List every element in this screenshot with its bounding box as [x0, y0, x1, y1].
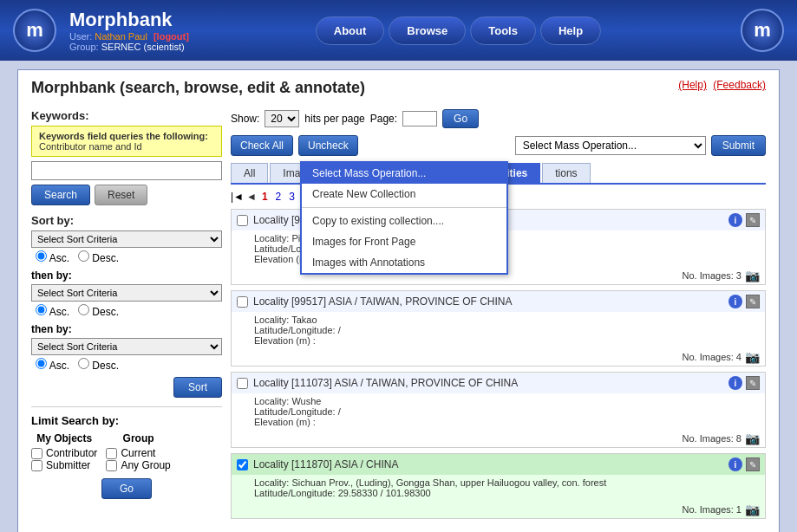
page-link-1[interactable]: 1 — [259, 190, 271, 204]
feedback-link[interactable]: (Feedback) — [713, 79, 766, 91]
asc-radio-1[interactable] — [36, 250, 47, 262]
search-button[interactable]: Search — [31, 185, 90, 205]
info-icon-111870[interactable]: i — [728, 457, 742, 471]
edit-icon-111870[interactable]: ✎ — [746, 457, 760, 471]
limit-go-button[interactable]: Go — [101, 478, 152, 499]
contributor-label: Contributor — [46, 447, 97, 459]
mass-operation-select[interactable]: Select Mass Operation... — [515, 136, 706, 155]
keywords-heading: Keywords: — [31, 109, 222, 122]
limit-section: Limit Search by: My Objects Contributor … — [31, 406, 222, 499]
contributor-checkbox[interactable] — [31, 448, 42, 459]
uncheck-button[interactable]: Uncheck — [298, 135, 358, 156]
contributor-row: Contributor — [31, 447, 97, 459]
desc-label-3[interactable]: Desc. — [78, 358, 119, 372]
asc-label-3[interactable]: Asc. — [36, 358, 69, 372]
page-go-button[interactable]: Go — [442, 109, 479, 128]
result-footer-99517: No. Images: 4 📷 — [232, 348, 765, 366]
dropdown-item-select[interactable]: Select Mass Operation... — [302, 163, 506, 184]
sort-radio-row-2: Asc. Desc. — [36, 304, 222, 318]
sort-criteria-3[interactable]: Select Sort Criteria — [31, 338, 222, 355]
result-header-111073: Locality [111073] ASIA / TAIWAN, PROVINC… — [232, 373, 765, 393]
edit-icon-99517[interactable]: ✎ — [746, 295, 760, 308]
desc-radio-1[interactable] — [78, 250, 89, 262]
no-images-99510: No. Images: 3 — [683, 270, 741, 281]
asc-label-1[interactable]: Asc. — [36, 250, 69, 264]
any-group-row: Any Group — [106, 459, 170, 471]
edit-icon-111073[interactable]: ✎ — [746, 376, 760, 390]
result-header-99517: Locality [99517] ASIA / TAIWAN, PROVINCE… — [232, 291, 765, 312]
locality-111870: Locality: Sichuan Prov., (Luding), Gongg… — [254, 477, 760, 488]
page-nav-prev[interactable]: ◄ — [246, 191, 257, 203]
latlon-111870: Latitude/Longitude: 29.58330 / 101.98300 — [254, 488, 760, 498]
reset-button[interactable]: Reset — [95, 185, 147, 205]
sort-button[interactable]: Sort — [173, 377, 222, 398]
result-item-99517: Locality [99517] ASIA / TAIWAN, PROVINCE… — [231, 290, 766, 367]
help-link[interactable]: (Help) — [678, 79, 707, 91]
submitter-checkbox[interactable] — [31, 460, 42, 471]
current-label: Current — [121, 447, 155, 459]
logout-link[interactable]: [logout] — [154, 31, 189, 42]
keywords-section: Keywords: Keywords field queries the fol… — [31, 109, 222, 205]
then-by-heading-1: then by: — [31, 269, 222, 282]
desc-radio-2[interactable] — [78, 304, 89, 315]
nav-help[interactable]: Help — [540, 16, 601, 45]
group-col: Group Current Any Group — [106, 432, 170, 471]
header-title-block: Morphbank User: Nathan Paul [logout] Gro… — [69, 9, 189, 52]
sort-radio-row-3: Asc. Desc. — [36, 358, 222, 372]
content-area: Keywords: Keywords field queries the fol… — [31, 109, 766, 524]
result-checkbox-99510[interactable] — [237, 215, 248, 226]
result-body-111073: Locality: Wushe Latitude/Longitude: / El… — [232, 393, 765, 430]
no-images-99517: No. Images: 4 — [683, 352, 741, 362]
info-icon-99517[interactable]: i — [728, 295, 742, 308]
page-nav-start[interactable]: |◄ — [231, 191, 244, 203]
nav-about[interactable]: About — [316, 16, 385, 45]
submitter-label: Submitter — [46, 459, 90, 471]
keywords-input[interactable] — [31, 161, 222, 180]
dropdown-item-annotations[interactable]: Images with Annotations — [302, 252, 506, 273]
check-all-button[interactable]: Check All — [231, 135, 293, 156]
tooltip-heading: Keywords field queries the following: — [39, 131, 208, 141]
info-icon-111073[interactable]: i — [728, 376, 742, 390]
actions-row: Check All Uncheck Select Mass Operation.… — [231, 135, 766, 156]
submit-button[interactable]: Submit — [711, 135, 766, 156]
group-value: SERNEC (scientist) — [101, 42, 185, 52]
header-logo-right: m — [741, 9, 784, 52]
dropdown-item-collection[interactable]: Create New Collection — [302, 184, 506, 204]
dropdown-item-front-page[interactable]: Images for Front Page — [302, 231, 506, 252]
elevation-99517: Elevation (m) : — [254, 335, 760, 346]
sort-criteria-1[interactable]: Select Sort Criteria — [31, 230, 222, 248]
asc-label-2[interactable]: Asc. — [36, 304, 69, 318]
page-title: Morphbank (search, browse, edit & annota… — [31, 79, 365, 97]
nav-tools[interactable]: Tools — [470, 16, 536, 45]
page-link-2[interactable]: 2 — [273, 190, 284, 204]
tab-tions[interactable]: tions — [542, 163, 590, 183]
dropdown-item-copy[interactable]: Copy to existing collection.... — [302, 211, 506, 231]
app-name: Morphbank — [69, 9, 189, 31]
camera-icon-111073: 📷 — [745, 431, 760, 445]
result-icons-111870: i ✎ — [728, 457, 760, 471]
page-link-3[interactable]: 3 — [286, 190, 297, 204]
result-checkbox-111870[interactable] — [237, 459, 248, 470]
mass-op-dropdown: Select Mass Operation... Create New Coll… — [300, 161, 508, 275]
current-checkbox[interactable] — [106, 448, 117, 459]
keywords-tooltip: Keywords field queries the following: Co… — [31, 126, 222, 157]
page-input[interactable] — [402, 111, 437, 127]
any-group-checkbox[interactable] — [106, 460, 117, 471]
nav-browse[interactable]: Browse — [389, 16, 466, 45]
tab-all[interactable]: All — [231, 163, 268, 183]
desc-radio-3[interactable] — [78, 358, 89, 369]
dropdown-divider — [302, 207, 506, 208]
camera-icon-99510: 📷 — [745, 269, 760, 282]
edit-icon-99510[interactable]: ✎ — [746, 213, 760, 227]
latlon-99517: Latitude/Longitude: / — [254, 325, 760, 335]
result-checkbox-111073[interactable] — [237, 378, 248, 389]
sort-criteria-2[interactable]: Select Sort Criteria — [31, 284, 222, 302]
result-checkbox-99517[interactable] — [237, 296, 248, 308]
asc-radio-2[interactable] — [36, 304, 47, 315]
desc-label-2[interactable]: Desc. — [78, 304, 119, 318]
info-icon-99510[interactable]: i — [728, 213, 742, 227]
show-select[interactable]: 20 — [265, 110, 299, 127]
asc-radio-3[interactable] — [36, 358, 47, 369]
tooltip-body: Contributor name and Id — [39, 141, 142, 152]
desc-label-1[interactable]: Desc. — [78, 250, 119, 264]
